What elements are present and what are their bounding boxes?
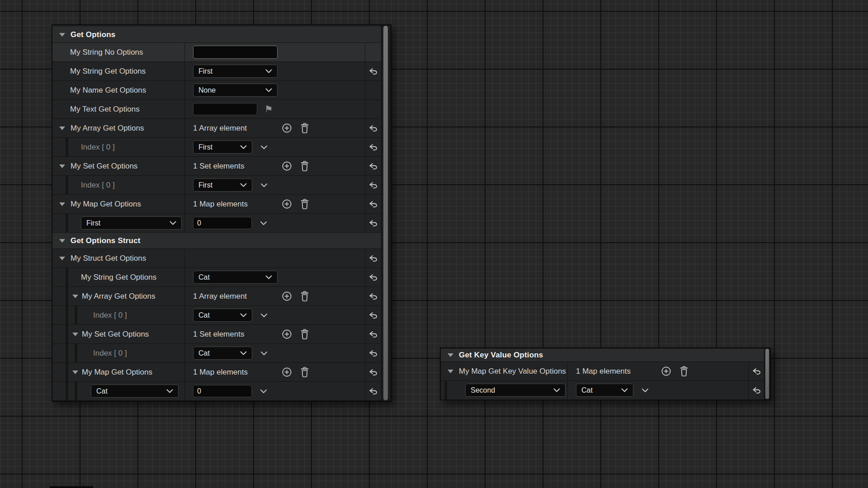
expander-triangle-icon[interactable] xyxy=(59,202,65,206)
map-value-dropdown[interactable]: Cat xyxy=(576,384,633,397)
undo-arrow-icon xyxy=(369,388,377,394)
reset-to-default-button[interactable] xyxy=(369,274,377,281)
element-actions-button[interactable] xyxy=(260,183,268,188)
delete-elements-button[interactable] xyxy=(300,199,309,209)
property-row-my-array-get-options[interactable]: My Array Get Options 1 Array element xyxy=(52,119,381,138)
set-element-row[interactable]: Index [ 0 ] First xyxy=(52,176,381,195)
map-element-row[interactable]: Second Cat xyxy=(441,381,764,400)
add-element-button[interactable] xyxy=(282,367,292,377)
element-options-dropdown[interactable]: First xyxy=(193,178,252,192)
element-actions-button[interactable] xyxy=(260,313,268,318)
reset-to-default-button[interactable] xyxy=(369,350,377,357)
reset-cell xyxy=(365,287,381,305)
add-element-button[interactable] xyxy=(282,291,292,301)
reset-to-default-button[interactable] xyxy=(369,68,377,75)
scrollbar-thumb[interactable] xyxy=(765,349,769,399)
vertical-scrollbar[interactable] xyxy=(764,348,770,399)
delete-elements-button[interactable] xyxy=(300,291,309,301)
category-header-get-options[interactable]: Get Options xyxy=(52,27,381,43)
vertical-scrollbar[interactable] xyxy=(381,25,391,401)
reset-to-default-button[interactable] xyxy=(369,312,377,319)
reset-to-default-button[interactable] xyxy=(752,368,761,375)
reset-to-default-button[interactable] xyxy=(369,144,377,150)
expander-triangle-icon[interactable] xyxy=(72,295,78,298)
array-element-row[interactable]: Index [ 0 ] Cat xyxy=(52,306,381,325)
map-value-input[interactable] xyxy=(193,217,252,229)
name-options-dropdown[interactable]: None xyxy=(193,84,278,97)
property-row-struct-my-array-get-options[interactable]: My Array Get Options 1 Array element xyxy=(52,287,381,306)
property-value-cell: None xyxy=(185,81,365,99)
map-value-input[interactable] xyxy=(193,385,252,397)
map-key-dropdown[interactable]: First xyxy=(81,216,182,230)
map-key-dropdown[interactable]: Cat xyxy=(91,385,179,398)
reset-to-default-button[interactable] xyxy=(369,255,377,262)
element-options-dropdown[interactable]: First xyxy=(193,141,252,154)
add-element-button[interactable] xyxy=(282,199,292,209)
scrollbar-thumb[interactable] xyxy=(383,26,388,400)
property-value-cell: 1 Array element xyxy=(185,119,365,137)
property-row-struct-my-set-get-options[interactable]: My Set Get Options 1 Set elements xyxy=(52,325,381,344)
delete-elements-button[interactable] xyxy=(679,366,689,376)
expander-triangle-icon[interactable] xyxy=(72,333,78,336)
property-row-my-text-get-options[interactable]: My Text Get Options ⚑ xyxy=(52,100,381,119)
reset-to-default-button[interactable] xyxy=(369,220,377,226)
reset-cell xyxy=(365,157,381,175)
add-element-button[interactable] xyxy=(661,366,671,376)
reset-to-default-button[interactable] xyxy=(369,201,377,207)
expander-triangle-icon[interactable] xyxy=(72,371,78,374)
map-element-row[interactable]: Cat xyxy=(52,382,381,401)
element-actions-button[interactable] xyxy=(260,389,267,394)
property-row-my-set-get-options[interactable]: My Set Get Options 1 Set elements xyxy=(52,157,381,176)
add-element-button[interactable] xyxy=(282,123,292,133)
element-actions-button[interactable] xyxy=(642,388,649,393)
map-element-row[interactable]: First xyxy=(52,214,381,233)
property-row-my-struct-get-options[interactable]: My Struct Get Options xyxy=(52,249,381,268)
reset-to-default-button[interactable] xyxy=(369,163,377,169)
reset-to-default-button[interactable] xyxy=(752,387,761,394)
details-panel-content: Get Key Value Options My Map Get Key Val… xyxy=(441,348,764,399)
element-actions-button[interactable] xyxy=(260,145,268,150)
element-options-dropdown[interactable]: Cat xyxy=(193,309,252,322)
add-element-button[interactable] xyxy=(282,161,292,171)
add-element-button[interactable] xyxy=(282,329,292,339)
text-text-input[interactable] xyxy=(193,103,257,115)
reset-to-default-button[interactable] xyxy=(369,369,377,375)
property-row-my-map-get-key-value-options[interactable]: My Map Get Key Value Options 1 Map eleme… xyxy=(441,362,764,381)
map-key-dropdown[interactable]: Second xyxy=(465,384,566,397)
expander-triangle-icon[interactable] xyxy=(59,164,65,168)
array-element-row[interactable]: Index [ 0 ] First xyxy=(52,138,381,157)
property-row-struct-my-string-get-options[interactable]: My String Get Options Cat xyxy=(52,268,381,287)
string-options-dropdown[interactable]: First xyxy=(193,65,278,78)
expander-triangle-icon[interactable] xyxy=(59,127,65,130)
details-panel-get-options: Get Options My String No Options My Stri… xyxy=(52,24,392,402)
element-options-dropdown[interactable]: Cat xyxy=(193,347,252,360)
expander-triangle-icon[interactable] xyxy=(448,370,453,373)
delete-elements-button[interactable] xyxy=(300,161,309,171)
delete-elements-button[interactable] xyxy=(300,329,309,339)
property-value-cell: First xyxy=(185,62,365,80)
set-element-row[interactable]: Index [ 0 ] Cat xyxy=(52,344,381,363)
localization-flag-icon[interactable]: ⚑ xyxy=(264,104,273,114)
property-row-my-string-no-options[interactable]: My String No Options xyxy=(52,43,381,62)
delete-elements-button[interactable] xyxy=(300,123,309,133)
string-text-input[interactable] xyxy=(193,46,278,59)
undo-arrow-icon xyxy=(752,368,761,375)
category-header-get-options-struct[interactable]: Get Options Struct xyxy=(52,233,381,249)
property-row-my-string-get-options[interactable]: My String Get Options First xyxy=(52,62,381,81)
element-actions-button[interactable] xyxy=(260,221,267,225)
reset-to-default-button[interactable] xyxy=(369,293,377,300)
reset-to-default-button[interactable] xyxy=(369,125,377,131)
delete-elements-button[interactable] xyxy=(300,367,309,377)
expander-triangle-icon[interactable] xyxy=(59,257,65,260)
reset-to-default-button[interactable] xyxy=(369,331,377,338)
category-header-get-key-value-options[interactable]: Get Key Value Options xyxy=(441,349,764,362)
property-row-struct-my-map-get-options[interactable]: My Map Get Options 1 Map elements xyxy=(52,363,381,382)
element-actions-button[interactable] xyxy=(260,351,268,356)
property-row-my-name-get-options[interactable]: My Name Get Options None xyxy=(52,81,381,100)
reset-to-default-button[interactable] xyxy=(369,182,377,188)
chevron-down-icon xyxy=(260,313,268,318)
string-options-dropdown[interactable]: Cat xyxy=(193,271,278,284)
undo-arrow-icon xyxy=(369,312,377,319)
property-row-my-map-get-options[interactable]: My Map Get Options 1 Map elements xyxy=(52,195,381,214)
reset-to-default-button[interactable] xyxy=(369,388,377,394)
